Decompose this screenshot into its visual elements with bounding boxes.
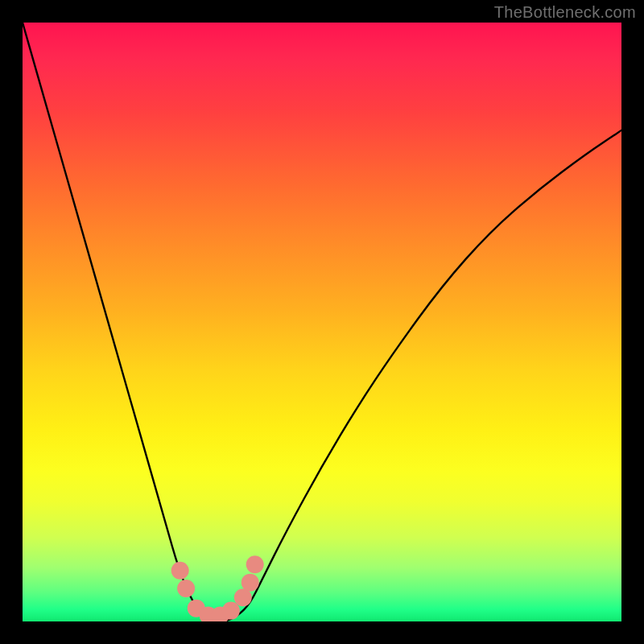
highlight-dot <box>171 562 189 580</box>
highlight-dot <box>246 555 264 573</box>
bottleneck-curve-path <box>23 23 621 621</box>
highlight-dot <box>242 574 259 592</box>
watermark-text: TheBottleneck.com <box>494 3 636 22</box>
highlight-dot <box>177 580 195 597</box>
highlight-dot <box>222 602 240 620</box>
bottleneck-curve-svg <box>23 23 621 621</box>
highlight-markers <box>171 555 264 621</box>
chart-area <box>23 23 621 621</box>
